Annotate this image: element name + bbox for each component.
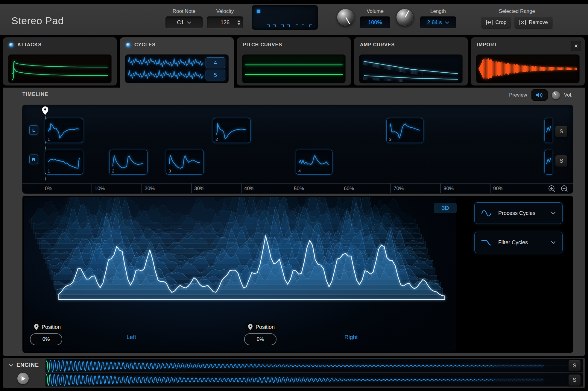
sine-wave-icon <box>481 210 492 217</box>
clip-right-1[interactable]: 1 <box>45 150 83 175</box>
clip-number: 3 <box>168 168 171 173</box>
led-icon <box>9 43 13 47</box>
crop-button[interactable]: Crop <box>481 16 511 28</box>
attacks-thumbnail <box>8 55 111 83</box>
tab-import-label: IMPORT <box>477 42 497 48</box>
engine-wave-right[interactable] <box>45 373 583 387</box>
clip-left-2[interactable]: 2 <box>213 118 251 143</box>
import-thumbnail <box>476 55 579 83</box>
velocity-value: 126 <box>221 19 230 26</box>
tab-attacks[interactable]: ATTACKS <box>3 37 117 85</box>
track-right-badge[interactable]: R <box>29 155 38 164</box>
ruler-label: 0% <box>45 186 52 192</box>
crop-range-icon <box>486 20 493 25</box>
engine-solo-right-button[interactable]: S <box>568 374 581 386</box>
velocity-label: Velocity <box>207 8 243 14</box>
chevron-down-icon <box>9 364 13 367</box>
lowpass-filter-icon <box>481 239 492 246</box>
speaker-icon <box>535 92 543 98</box>
ruler-label: 50% <box>294 186 304 192</box>
length-select[interactable]: 2.64 s <box>420 16 456 28</box>
clip-number: 1 <box>48 168 50 173</box>
chevron-down-icon <box>445 21 449 24</box>
length-label: Length <box>420 8 456 14</box>
position-pin-icon <box>248 324 253 330</box>
map-divider <box>300 6 300 29</box>
clip-left-3[interactable]: 3 <box>386 118 423 143</box>
cycles-3d-plot[interactable]: Position 0% Left Position 0% Right <box>24 197 456 352</box>
channel-right-label: Right <box>344 334 358 340</box>
timeline-panel[interactable]: L R 1 2 3 1 2 3 4 S S 0% 10% 20% 30% 4 <box>22 105 573 193</box>
clip-left-1[interactable]: 1 <box>45 118 83 143</box>
sample-map-display[interactable] <box>252 5 318 30</box>
close-icon[interactable]: ✕ <box>571 41 581 51</box>
zoom-in-icon[interactable] <box>548 185 556 193</box>
left-position-chip[interactable]: Position <box>31 323 64 332</box>
engine-wave-area: S S <box>45 359 583 387</box>
filter-cycles-label: Filter Cycles <box>498 239 544 246</box>
length-knob[interactable] <box>396 9 413 26</box>
preview-label: Preview <box>509 92 527 98</box>
preview-toggle-button[interactable] <box>531 89 548 101</box>
engine-wave-left[interactable] <box>45 359 583 372</box>
length-value: 2.64 s <box>427 19 442 26</box>
timeline-title: TIMELINE <box>22 92 48 97</box>
map-slot <box>302 25 304 27</box>
tab-pitch-curves-label: PITCH CURVES <box>243 42 282 48</box>
velocity-stepper[interactable]: 126 <box>207 16 243 28</box>
play-button[interactable] <box>17 373 29 384</box>
clip-number: 4 <box>298 168 301 173</box>
solo-left-button[interactable]: S <box>555 126 568 138</box>
track-left-badge[interactable]: L <box>29 125 38 135</box>
timeline-ruler[interactable]: 0% 10% 20% 30% 40% 50% 60% 70% 80% 90% <box>22 183 573 193</box>
clip-number: 3 <box>389 137 391 142</box>
clip-right-2[interactable]: 2 <box>109 150 148 175</box>
ruler-label: 70% <box>393 186 404 192</box>
preview-volume-knob[interactable] <box>552 91 560 99</box>
ruler-label: 90% <box>493 186 503 192</box>
remove-button[interactable]: Remove <box>515 16 552 28</box>
playhead-pin-icon[interactable] <box>42 106 49 115</box>
cycles-count-left-badge[interactable]: 4 <box>206 57 225 68</box>
root-note-label: Root Note <box>165 8 203 14</box>
zoom-out-icon[interactable] <box>560 185 568 193</box>
preview-vol-label: Vol. <box>564 92 572 98</box>
ruler-label: 10% <box>95 186 105 192</box>
clip-left-partial[interactable] <box>544 118 552 143</box>
tab-cycles[interactable]: CYCLES 4 5 <box>120 37 234 88</box>
root-note-select[interactable]: C1 <box>165 16 203 28</box>
selected-range-label: Selected Range <box>481 8 552 14</box>
crop-button-label: Crop <box>496 19 507 25</box>
remove-range-icon <box>519 20 526 25</box>
view-3d-toggle[interactable]: 3D <box>434 203 457 213</box>
clip-number: 1 <box>48 137 50 142</box>
engine-header[interactable]: ENGINE <box>9 362 39 368</box>
tab-pitch-curves[interactable]: PITCH CURVES <box>237 37 351 85</box>
page-title: Stereo Pad <box>11 15 64 27</box>
map-slot <box>296 25 298 27</box>
volume-knob[interactable] <box>337 9 354 26</box>
process-cycles-dropdown[interactable]: Process Cycles <box>474 202 563 224</box>
solo-right-button[interactable]: S <box>555 155 568 167</box>
clip-right-4[interactable]: 4 <box>296 150 332 175</box>
left-position-value[interactable]: 0% <box>30 333 62 345</box>
led-icon <box>126 43 130 47</box>
engine-solo-left-button[interactable]: S <box>568 360 581 372</box>
clip-right-partial[interactable] <box>544 150 552 175</box>
process-cycles-label: Process Cycles <box>498 210 544 216</box>
clip-right-3[interactable]: 3 <box>166 150 204 175</box>
chevron-down-icon <box>187 21 191 24</box>
map-slot <box>309 25 312 27</box>
engine-bar: ENGINE S S <box>3 358 585 388</box>
tab-import[interactable]: IMPORT ✕ <box>471 37 585 85</box>
engine-label: ENGINE <box>16 362 39 368</box>
stepper-arrows-icon[interactable] <box>237 16 241 28</box>
cycles-count-right-badge[interactable]: 5 <box>206 70 225 80</box>
right-position-value[interactable]: 0% <box>244 333 276 345</box>
main-panel: TIMELINE Preview Vol. L R 1 2 3 <box>3 88 585 356</box>
tab-amp-curves[interactable]: AMP CURVES <box>354 37 468 85</box>
right-position-chip[interactable]: Position <box>245 323 278 332</box>
volume-display[interactable]: 100% <box>360 16 390 28</box>
position-label: Position <box>42 324 61 330</box>
filter-cycles-dropdown[interactable]: Filter Cycles <box>474 232 563 253</box>
